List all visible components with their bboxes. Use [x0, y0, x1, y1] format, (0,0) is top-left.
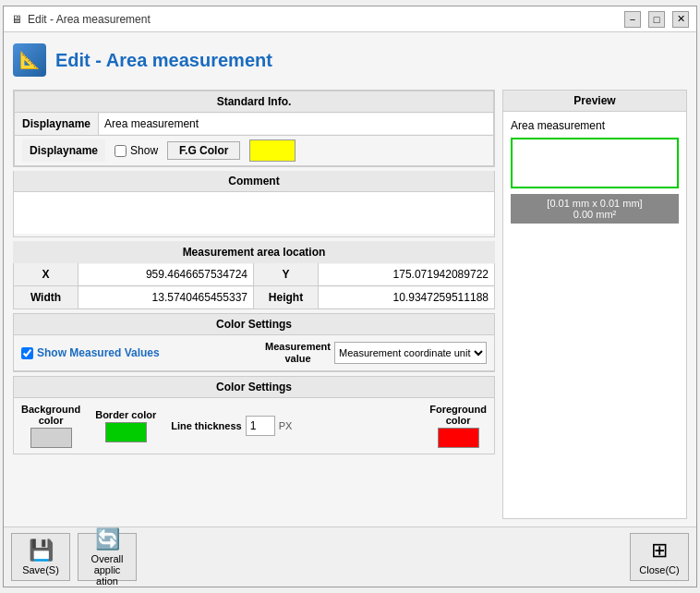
window-close-button[interactable]: ✕	[672, 11, 689, 28]
show-checkbox-label[interactable]: Show	[115, 144, 158, 157]
fg-color2-group: Foregroundcolor	[429, 404, 487, 448]
preview-content: Area measurement [0.01 mm x 0.01 mm] 0.0…	[503, 112, 686, 518]
y-cell: Y 175.071942089722	[254, 263, 494, 286]
preview-panel: Preview Area measurement [0.01 mm x 0.01…	[502, 90, 687, 519]
color-settings1-header: Color Settings	[14, 314, 494, 335]
header-icon: 📐	[13, 43, 46, 77]
bg-color-group: Backgroundcolor	[21, 404, 80, 448]
measurement-location-header: Measurement area location	[13, 241, 495, 263]
x-label: X	[14, 263, 78, 285]
close-label: Close(C)	[639, 564, 679, 575]
displayname-input[interactable]	[99, 114, 493, 134]
show-checkbox[interactable]	[115, 145, 127, 157]
measurement-value-group: Measurement value Measurement coordinate…	[265, 341, 487, 365]
left-panel: Standard Info. Displayname Displayname S…	[13, 90, 495, 519]
width-value: 13.5740465455337	[78, 287, 253, 308]
x-value: 959.4646657534724	[78, 264, 253, 284]
x-cell: X 959.4646657534724	[14, 263, 254, 286]
preview-info-line1: [0.01 mm x 0.01 mm]	[514, 198, 675, 209]
main-window: 🖥 Edit - Area measurement − □ ✕ 📐 Edit -…	[3, 6, 697, 587]
fg-color2-swatch[interactable]	[438, 428, 479, 448]
bg-color-swatch[interactable]	[30, 428, 72, 448]
title-bar-left: 🖥 Edit - Area measurement	[11, 13, 151, 26]
color-bar: Backgroundcolor Border color Line thickn…	[14, 398, 494, 454]
standard-info-header: Standard Info.	[14, 91, 494, 113]
show-measured-row: Show Measured Values Measurement value M…	[14, 335, 494, 371]
border-color-swatch[interactable]	[105, 422, 147, 442]
maximize-button[interactable]: □	[648, 11, 665, 28]
measurement-grid: X 959.4646657534724 Y 175.071942089722 W…	[13, 263, 495, 309]
line-thickness-input[interactable]	[246, 416, 275, 436]
save-icon: 💾	[29, 539, 54, 563]
show-measured-checkbox[interactable]	[21, 347, 33, 359]
overall-application-button[interactable]: 🔄 Overall applic ation	[78, 533, 137, 581]
displayname-label: Displayname	[15, 113, 99, 135]
bg-color-label: Backgroundcolor	[21, 404, 80, 426]
color-settings1-section: Color Settings Show Measured Values Meas…	[13, 313, 495, 372]
show-measured-label[interactable]: Show Measured Values	[21, 346, 160, 359]
color-settings2-header: Color Settings	[14, 377, 494, 398]
preview-box	[511, 138, 679, 188]
width-cell: Width 13.5740465455337	[14, 286, 254, 309]
window-icon: 🖥	[11, 13, 22, 26]
line-thickness-group: Line thickness PX	[171, 416, 292, 436]
title-bar-right: − □ ✕	[624, 11, 689, 28]
window-title: Edit - Area measurement	[28, 13, 151, 26]
y-label: Y	[254, 263, 319, 285]
height-label: Height	[254, 286, 319, 309]
color-settings2-section: Color Settings Backgroundcolor Border co…	[13, 376, 495, 454]
line-thickness-label: Line thickness	[171, 420, 241, 431]
width-label: Width	[14, 286, 78, 309]
preview-info: [0.01 mm x 0.01 mm] 0.00 mm²	[511, 194, 679, 224]
fg-color-label: F.G Color	[167, 141, 240, 160]
fg-color2-label: Foregroundcolor	[429, 404, 487, 426]
height-value: 10.9347259511188	[319, 287, 494, 308]
standard-info-section: Standard Info. Displayname Displayname S…	[13, 90, 495, 167]
window-content: 📐 Edit - Area measurement Standard Info.…	[4, 32, 696, 526]
overall-label: Overall applic ation	[91, 553, 124, 587]
comment-header: Comment	[14, 171, 494, 192]
displayname2-label: Displayname	[22, 139, 105, 162]
measurement-value-select[interactable]: Measurement coordinate unit Pixel mm cm	[334, 342, 487, 364]
y-value: 175.071942089722	[319, 264, 494, 284]
fg-color-swatch[interactable]	[249, 139, 296, 162]
mv-label: Measurement value	[265, 341, 331, 365]
save-button[interactable]: 💾 Save(S)	[11, 533, 70, 581]
overall-icon: 🔄	[95, 527, 120, 551]
comment-section: Comment	[13, 171, 495, 237]
save-label: Save(S)	[22, 564, 59, 575]
close-button[interactable]: ⊞ Close(C)	[630, 533, 689, 581]
height-cell: Height 10.9347259511188	[254, 286, 494, 309]
border-color-group: Border color	[95, 409, 156, 442]
right-panel: Preview Area measurement [0.01 mm x 0.01…	[502, 90, 687, 519]
close-icon: ⊞	[651, 539, 668, 563]
preview-header: Preview	[503, 91, 686, 112]
show-label: Show	[130, 144, 158, 157]
title-bar: 🖥 Edit - Area measurement − □ ✕	[4, 6, 696, 32]
px-label: PX	[279, 420, 293, 431]
minimize-button[interactable]: −	[624, 11, 641, 28]
displayname-row: Displayname	[14, 113, 494, 136]
preview-info-line2: 0.00 mm²	[514, 209, 675, 220]
border-color-label: Border color	[95, 409, 156, 420]
footer: 💾 Save(S) 🔄 Overall applic ation ⊞ Close…	[4, 526, 696, 587]
show-measured-text: Show Measured Values	[37, 346, 160, 359]
header-icon-symbol: 📐	[19, 50, 40, 70]
comment-textarea[interactable]	[14, 192, 494, 234]
displayname2-row: Displayname Show F.G Color	[14, 136, 494, 166]
page-header: 📐 Edit - Area measurement	[13, 40, 687, 80]
measurement-location-section: Measurement area location X 959.46466575…	[13, 241, 495, 309]
preview-name: Area measurement	[511, 119, 679, 132]
main-area: Standard Info. Displayname Displayname S…	[13, 90, 687, 519]
page-title: Edit - Area measurement	[55, 50, 272, 71]
